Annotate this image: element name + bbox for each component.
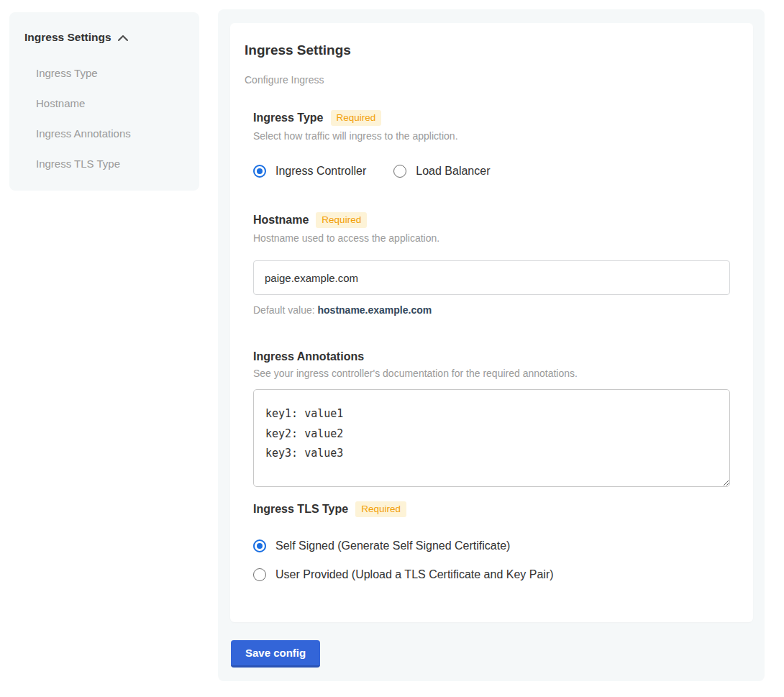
tls-type-radio-group: Self Signed (Generate Self Signed Certif… — [253, 539, 730, 581]
hostname-input[interactable] — [253, 260, 730, 295]
sidebar-item-label: Ingress Annotations — [36, 127, 131, 140]
radio-option-self-signed[interactable]: Self Signed (Generate Self Signed Certif… — [253, 539, 730, 552]
config-panel: Ingress Settings Configure Ingress Ingre… — [218, 9, 765, 681]
section-help-ingress-type: Select how traffic will ingress to the a… — [253, 130, 730, 142]
radio-button-icon[interactable] — [393, 165, 406, 178]
ingress-settings-card: Ingress Settings Configure Ingress Ingre… — [230, 23, 753, 622]
section-title-hostname: Hostname — [253, 214, 309, 227]
ingress-annotations-textarea[interactable]: key1: value1 key2: value2 key3: value3 — [253, 389, 730, 487]
section-title-ingress-type: Ingress Type — [253, 111, 324, 124]
sidebar-item-ingress-tls-type[interactable]: Ingress TLS Type — [24, 148, 185, 178]
section-title-ingress-annotations: Ingress Annotations — [253, 350, 364, 363]
section-hostname: Hostname Required Hostname used to acces… — [253, 212, 730, 316]
radio-option-ingress-controller[interactable]: Ingress Controller — [253, 165, 366, 178]
sidebar-item-hostname[interactable]: Hostname — [24, 88, 185, 118]
radio-label: Ingress Controller — [275, 165, 366, 178]
page-subtitle: Configure Ingress — [245, 74, 739, 86]
radio-option-user-provided[interactable]: User Provided (Upload a TLS Certificate … — [253, 568, 730, 581]
radio-button-icon[interactable] — [253, 539, 266, 552]
sidebar-group-ingress-settings[interactable]: Ingress Settings — [24, 31, 185, 44]
ingress-type-radio-group: Ingress Controller Load Balancer — [253, 165, 730, 178]
page-title: Ingress Settings — [245, 42, 739, 58]
required-badge: Required — [316, 212, 367, 228]
radio-label: Self Signed (Generate Self Signed Certif… — [275, 539, 510, 552]
config-nav-sidebar: Ingress Settings Ingress Type Hostname I… — [9, 12, 199, 191]
section-ingress-annotations: Ingress Annotations See your ingress con… — [253, 350, 730, 487]
sidebar-group-title: Ingress Settings — [24, 31, 111, 44]
section-help-ingress-annotations: See your ingress controller's documentat… — [253, 368, 730, 379]
radio-label: Load Balancer — [416, 165, 490, 178]
section-ingress-type: Ingress Type Required Select how traffic… — [253, 110, 730, 178]
default-value-text: hostname.example.com — [318, 304, 432, 316]
config-sections: Ingress Type Required Select how traffic… — [253, 110, 730, 581]
radio-option-load-balancer[interactable]: Load Balancer — [393, 165, 490, 178]
sidebar-item-ingress-type[interactable]: Ingress Type — [24, 58, 185, 88]
required-badge: Required — [331, 110, 382, 126]
radio-button-icon[interactable] — [253, 165, 266, 178]
required-badge: Required — [355, 501, 406, 517]
hostname-default-line: Default value: hostname.example.com — [253, 304, 730, 316]
radio-button-icon[interactable] — [253, 568, 266, 581]
default-value-prefix: Default value: — [253, 304, 318, 316]
section-title-ingress-tls-type: Ingress TLS Type — [253, 503, 348, 516]
section-help-hostname: Hostname used to access the application. — [253, 232, 730, 244]
sidebar-item-ingress-annotations[interactable]: Ingress Annotations — [24, 118, 185, 148]
sidebar-item-label: Ingress Type — [36, 67, 98, 79]
sidebar-item-list: Ingress Type Hostname Ingress Annotation… — [24, 58, 185, 178]
chevron-up-icon — [117, 35, 129, 42]
save-config-button[interactable]: Save config — [231, 640, 320, 668]
section-ingress-tls-type: Ingress TLS Type Required Self Signed (G… — [253, 501, 730, 581]
sidebar-item-label: Ingress TLS Type — [36, 158, 120, 170]
sidebar-item-label: Hostname — [36, 97, 85, 109]
radio-label: User Provided (Upload a TLS Certificate … — [275, 568, 554, 581]
